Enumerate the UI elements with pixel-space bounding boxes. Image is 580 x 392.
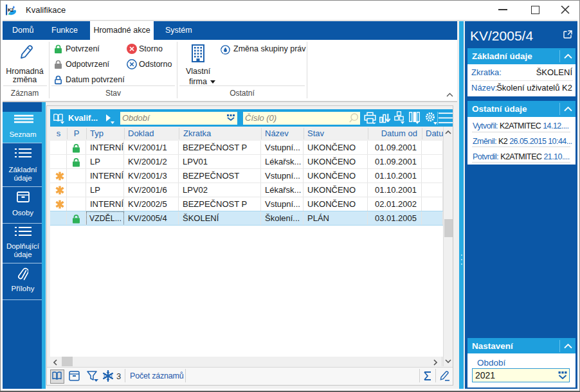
svg-text:K2: K2 [8,7,14,13]
